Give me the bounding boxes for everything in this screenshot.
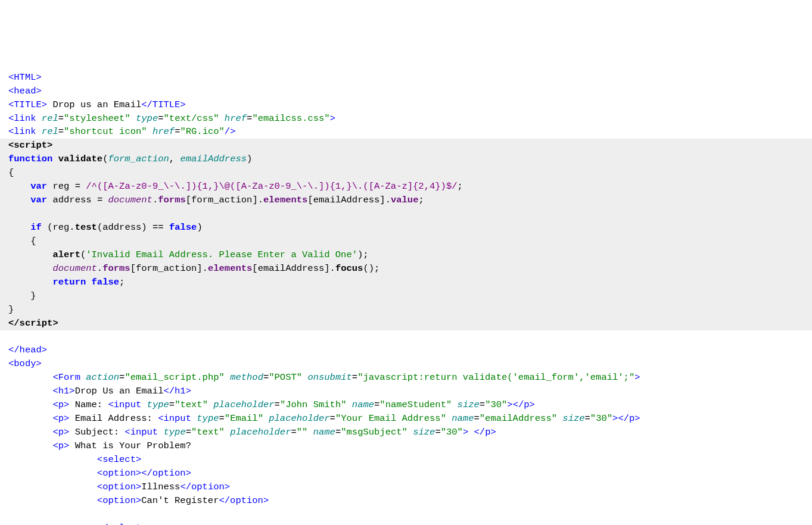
code-line: <script> — [8, 140, 52, 151]
code-line: return false; — [8, 277, 125, 288]
code-line: <p> Email Address: <input type="Email" p… — [8, 413, 640, 424]
code-line: var reg = /^([A-Za-z0-9_\-\.]){1,}\@([A-… — [8, 181, 463, 192]
code-line: <p> Name: <input type="text" placeholder… — [8, 399, 535, 410]
code-line: } — [8, 304, 14, 315]
code-line: document.forms[form_action].elements[ema… — [8, 263, 379, 274]
code-line: <p> What is Your Problem? — [8, 440, 191, 451]
code-line: if (reg.test(address) == false) — [8, 222, 203, 233]
code-line: <link rel="shortcut icon" href="RG.ico"/… — [8, 126, 235, 137]
code-line: <head> — [8, 86, 42, 96]
code-line: alert('Invalid Email Address. Please Ent… — [8, 249, 369, 260]
code-line: <body> — [8, 358, 42, 369]
code-line: function validate(form_action, emailAddr… — [8, 154, 252, 164]
code-line: <TITLE> Drop us an Email</TITLE> — [8, 99, 186, 110]
code-editor[interactable]: <HTML> <head> <TITLE> Drop us an Email</… — [0, 55, 812, 525]
code-line: <Form action="email_script.php" method="… — [8, 372, 640, 383]
code-line: <link rel="stylesheet" type="text/css" h… — [8, 113, 335, 124]
code-line: { — [8, 236, 36, 246]
code-line: </head> — [8, 345, 47, 355]
code-line: <option>Can't Register</option> — [8, 495, 269, 506]
code-line: <HTML> — [8, 72, 42, 83]
code-line: </script> — [8, 318, 58, 329]
code-line: <p> Subject: <input type="text" placehol… — [8, 427, 496, 438]
code-line: <h1>Drop Us an Email</h1> — [8, 386, 191, 396]
script-block: <script> function validate(form_action, … — [0, 139, 812, 330]
code-line: <option>Illness</option> — [8, 482, 230, 492]
code-line: </select> — [8, 523, 147, 525]
code-line: { — [8, 167, 14, 178]
code-line: var address = document.forms[form_action… — [8, 195, 424, 205]
code-line: <option></option> — [8, 468, 191, 479]
code-line: <select> — [8, 454, 141, 465]
code-line: } — [8, 290, 36, 301]
